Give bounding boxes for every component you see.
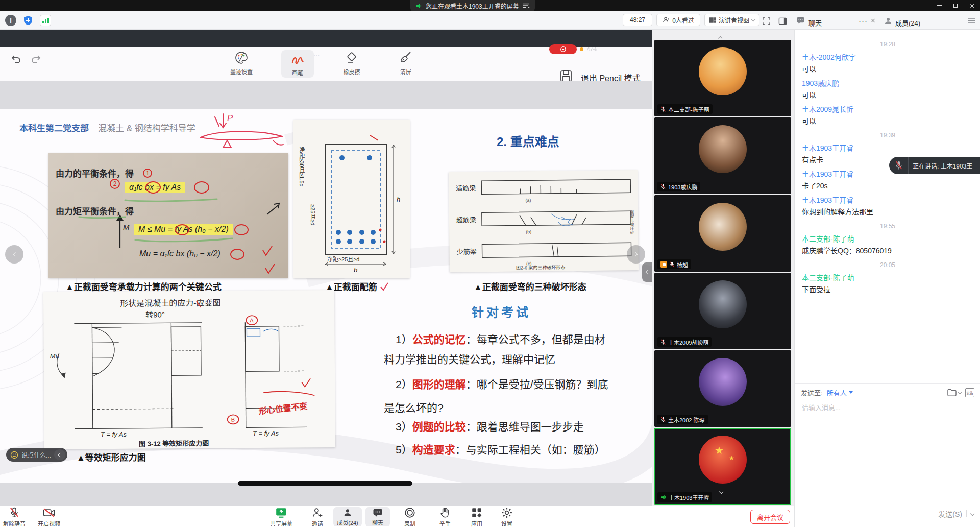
prev-slide-button[interactable] (5, 245, 23, 264)
maximize-button[interactable] (947, 0, 964, 11)
fullscreen-icon[interactable] (762, 17, 771, 26)
avatar-guinea-pig (699, 203, 747, 251)
eraser-button[interactable]: 橡皮擦 (335, 50, 368, 76)
height-label: h (397, 196, 400, 203)
caption-failure-modes: ▲正截面受弯的三种破坏形态 (474, 280, 586, 293)
speaking-audio-icon (660, 494, 667, 500)
network-signal-icon[interactable] (40, 15, 51, 26)
viewers-button[interactable]: 0人看过 (656, 14, 700, 26)
record-indicator[interactable] (549, 44, 577, 54)
raise-hand-button[interactable]: 举手 (433, 507, 457, 527)
mode-row-1: 适筋梁 (456, 183, 476, 193)
side-panel-toggle-icon[interactable] (778, 17, 787, 26)
viewers-count: 0人看过 (672, 16, 694, 25)
send-to-dropdown[interactable]: 所有人 (827, 388, 853, 397)
send-options-icon[interactable] (970, 512, 974, 516)
start-video-button[interactable]: 开启视频 (35, 507, 63, 527)
textbook-photo-failure-modes: (a) (b) (c) 适筋梁 超筋梁 少筋梁 混凝土被压碎 图2-6 梁的三种… (449, 170, 639, 272)
participant-video-strip: 本二支部-陈子萌 1903戚庆鹏 杨超 土木2009胡峻萌 土木2002 陈琛 … (652, 30, 794, 506)
scroll-down-icon[interactable] (720, 486, 723, 495)
slide: 本科生第二党支部 混凝土 & 钢结构学科导学 P 4Pl 由力的平衡条件，得 (0, 109, 652, 483)
video-tile-wangkairui-speaking[interactable]: ★ ★ 土木1903王开睿 (654, 428, 791, 505)
clear-screen-button[interactable]: 清屏 (389, 50, 422, 76)
send-button[interactable]: 发送(S) (938, 509, 962, 519)
next-slide-button[interactable] (627, 245, 645, 264)
muted-mic-icon (669, 261, 675, 268)
video-tile-chenchen[interactable]: 土木2002 陈琛 (654, 350, 791, 427)
viewer-person-icon (663, 16, 670, 23)
letterbox-top (0, 81, 652, 109)
members-person-icon (884, 17, 892, 25)
ink-settings-button[interactable]: 墨迹设置 (225, 50, 258, 76)
unmute-button[interactable]: 解除静音 (0, 507, 29, 527)
chat-folder-icon[interactable] (947, 388, 961, 397)
chat-more-button[interactable]: ··· (859, 16, 868, 25)
red-check-icon (379, 281, 389, 292)
invite-button[interactable]: 邀请 (305, 507, 330, 527)
video-tile-chenzimeng[interactable]: 本二支部-陈子萌 (654, 40, 791, 116)
textbook-photo-formulas: 由力的平衡条件，得 α₁fc bx = fy As 2 1 由力矩平衡条件，得 … (48, 153, 288, 278)
tab-members[interactable]: 成员(24) (895, 18, 920, 28)
quick-chat-placeholder[interactable]: 说点什么... (21, 450, 51, 459)
formula-1: α₁fc bx = fy As (125, 182, 185, 193)
mode-row-3: 少筋梁 (457, 246, 477, 256)
quick-chat-pill[interactable]: 说点什么... (6, 448, 67, 462)
security-shield-icon[interactable] (22, 15, 34, 26)
view-mode-dropdown[interactable]: 演讲者视图 (704, 14, 760, 26)
send-to-label: 发送至: (801, 388, 823, 397)
chat-icon (372, 508, 383, 517)
spacing-label-bottom: 净距≥25且≥d (327, 255, 359, 263)
tab-chat[interactable]: 聊天 (808, 18, 822, 28)
collapse-chat-pill-button[interactable] (54, 449, 65, 460)
course-title: 混凝土 & 钢结构学科导学 (98, 121, 195, 134)
sidebar-collapse-handle[interactable] (642, 262, 652, 282)
settings-button[interactable]: 设置 (495, 507, 519, 527)
banner-menu-icon[interactable] (523, 3, 530, 9)
eraser-icon (344, 50, 359, 65)
avatar-photo-man (699, 125, 747, 173)
meeting-info-icon[interactable]: i (5, 15, 16, 26)
record-button[interactable]: 录制 (398, 507, 422, 527)
video-tile-qiqingpeng[interactable]: 1903戚庆鹏 (654, 117, 791, 194)
chat-input[interactable] (801, 403, 974, 412)
share-screen-button[interactable]: 共享屏幕 (267, 507, 296, 527)
party-branch-badge: 本科生第二党支部 (19, 121, 89, 134)
letterbox-bottom (0, 483, 652, 506)
svg-text:P: P (227, 113, 233, 123)
muted-mic-icon (660, 106, 666, 112)
apps-grid-icon (471, 507, 482, 518)
timer-value: 48:27 (630, 16, 645, 23)
chat-message-list[interactable]: 19:28 土木-2002何欣宇可以 1903戚庆鹏可以 土木2009晁长忻可以… (795, 30, 980, 382)
status-hint-text: 75% (586, 46, 597, 52)
members-menu-icon[interactable] (968, 17, 975, 24)
emoji-icon[interactable] (10, 451, 18, 459)
chat-button[interactable]: 聊天 (365, 507, 390, 526)
svg-text:(b): (b) (526, 229, 531, 234)
members-button[interactable]: 成员(24) (333, 507, 362, 526)
announcement-badge[interactable]: 公告 (965, 388, 974, 397)
minimize-button[interactable] (931, 0, 947, 11)
apps-button[interactable]: 应用 (464, 507, 489, 527)
leave-meeting-button[interactable]: 离开会议 (750, 510, 790, 524)
avatar-cartoon-builder (699, 47, 747, 95)
participant-name: 杨超 (677, 260, 688, 269)
palette-icon (234, 50, 249, 65)
undo-icon[interactable] (10, 54, 21, 64)
close-button[interactable] (964, 0, 980, 11)
circled-2: 2 (110, 179, 120, 189)
toast-muted-mic-icon (889, 157, 909, 174)
redo-icon[interactable] (31, 54, 42, 64)
members-icon (342, 508, 353, 517)
participant-name: 土木2009胡峻萌 (668, 338, 708, 346)
invite-person-icon (312, 507, 323, 518)
muted-mic-icon (660, 339, 666, 345)
pen-button[interactable]: 画笔 (281, 50, 314, 78)
list-item-3: 3）例题的比较：跟着思维导图一步步走 (396, 418, 584, 434)
textbook-photo-cross-section: 净距≥30且≥1.5d ≥25且≥d 净距≥25且≥d b h (293, 120, 410, 278)
video-tile-hujunmeng[interactable]: 土木2009胡峻萌 (654, 273, 791, 349)
video-tile-yangchao[interactable]: 杨超 (654, 195, 791, 272)
gear-icon (501, 507, 512, 518)
toolbar-drag-dots[interactable]: ⋯ (313, 52, 321, 59)
chat-message: 土木2009晁长忻可以 (802, 104, 973, 126)
chat-timestamp: 19:28 (802, 41, 973, 48)
